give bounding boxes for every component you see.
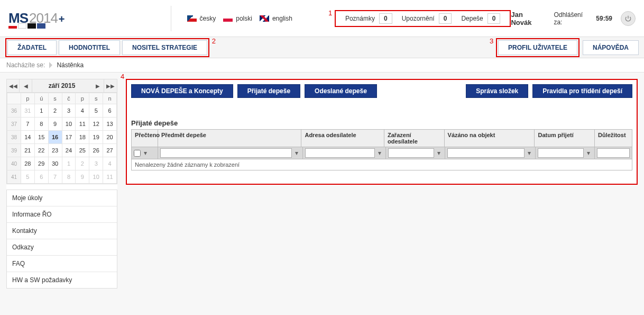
- calendar-day[interactable]: 7: [21, 118, 34, 131]
- calendar-day[interactable]: 10: [62, 118, 76, 131]
- calendar-day[interactable]: 25: [76, 144, 89, 157]
- btn-received[interactable]: Přijaté depeše: [237, 84, 300, 98]
- calendar-day[interactable]: 15: [34, 131, 48, 144]
- calendar-day[interactable]: 6: [34, 170, 48, 184]
- calendar-day[interactable]: 2: [48, 104, 62, 118]
- sidebar-item-kontakty[interactable]: Kontakty: [7, 223, 117, 239]
- calendar-day[interactable]: 11: [103, 170, 117, 184]
- divider: [171, 6, 171, 31]
- counter-notes-value: 0: [379, 13, 392, 24]
- calendar-day[interactable]: 9: [76, 170, 89, 184]
- calendar-day[interactable]: 9: [48, 118, 62, 131]
- filter-icon[interactable]: ▾: [293, 149, 300, 157]
- filter-icon[interactable]: ▾: [435, 149, 443, 157]
- calendar-day[interactable]: 2: [76, 157, 89, 170]
- calendar-day[interactable]: 5: [89, 104, 103, 118]
- calendar-day[interactable]: 26: [89, 144, 103, 157]
- calendar-day[interactable]: 7: [48, 170, 62, 184]
- calendar-day[interactable]: 18: [76, 131, 89, 144]
- tab-zadatel[interactable]: ŽADATEL: [7, 40, 57, 55]
- flag-en-icon: [260, 15, 269, 22]
- sidebar-links: Moje úkolyInformace ŘOKontaktyOdkazyFAQH…: [6, 190, 117, 289]
- user-area: Jan Novák Odhlášení za: 59:59: [511, 11, 636, 26]
- col-bound[interactable]: Vázáno na objekt: [445, 130, 535, 147]
- calendar-last[interactable]: ▶▶: [104, 79, 117, 92]
- btn-help[interactable]: NÁPOVĚDA: [583, 40, 639, 55]
- flag-cz-icon: [187, 15, 197, 22]
- calendar-day[interactable]: 4: [76, 104, 89, 118]
- calendar-next[interactable]: ▶: [91, 79, 104, 92]
- filter-addr-input[interactable]: [305, 148, 374, 158]
- calendar-day[interactable]: 8: [34, 118, 48, 131]
- calendar-day[interactable]: 1: [34, 104, 48, 118]
- sidebar-item-moje-koly[interactable]: Moje úkoly: [7, 190, 117, 206]
- calendar-day[interactable]: 17: [62, 131, 76, 144]
- filter-icon[interactable]: ▾: [142, 149, 149, 157]
- col-importance[interactable]: Důležitost: [595, 130, 632, 147]
- lang-english-label: english: [272, 15, 292, 22]
- calendar-day[interactable]: 8: [62, 170, 76, 184]
- calendar-first[interactable]: ◀◀: [7, 79, 20, 92]
- tab-hodnotitel[interactable]: HODNOTITEL: [59, 40, 120, 55]
- lang-czech[interactable]: česky: [187, 15, 216, 22]
- calendar-day[interactable]: 11: [76, 118, 89, 131]
- calendar-day[interactable]: 19: [89, 131, 103, 144]
- tab-nositel[interactable]: NOSITEL STRATEGIE: [122, 40, 207, 55]
- calendar-day[interactable]: 16: [48, 131, 62, 144]
- calendar-day[interactable]: 10: [89, 170, 103, 184]
- btn-sent[interactable]: Odeslané depeše: [305, 84, 377, 98]
- calendar-day[interactable]: 23: [48, 144, 62, 157]
- calendar-prev[interactable]: ◀: [20, 79, 32, 92]
- counter-messages[interactable]: Depeše 0: [461, 13, 500, 24]
- filter-date-input[interactable]: [538, 148, 584, 158]
- language-switcher: česky polski english: [187, 15, 292, 22]
- btn-profile[interactable]: PROFIL UŽIVATELE: [498, 40, 577, 55]
- calendar-day[interactable]: 22: [34, 144, 48, 157]
- col-read[interactable]: Přečteno: [132, 130, 158, 147]
- col-sender-cat[interactable]: Zařazení odesílatele: [384, 130, 445, 147]
- calendar-day[interactable]: 3: [89, 157, 103, 170]
- calendar-day[interactable]: 3: [62, 104, 76, 118]
- calendar-day[interactable]: 5: [21, 170, 34, 184]
- calendar-day[interactable]: 1: [62, 157, 76, 170]
- calendar-day[interactable]: 4: [103, 157, 117, 170]
- calendar-day[interactable]: 30: [48, 157, 62, 170]
- filter-bound-input[interactable]: [447, 148, 525, 158]
- filter-icon[interactable]: ▾: [376, 149, 383, 157]
- filter-icon[interactable]: ▾: [585, 149, 592, 157]
- calendar-day[interactable]: 20: [103, 131, 117, 144]
- calendar-day[interactable]: 12: [89, 118, 103, 131]
- calendar-day[interactable]: 13: [103, 118, 117, 131]
- calendar-day[interactable]: 6: [103, 104, 117, 118]
- calendar-day[interactable]: 27: [103, 144, 117, 157]
- sidebar-item-odkazy[interactable]: Odkazy: [7, 239, 117, 256]
- btn-folders[interactable]: Správa složek: [466, 84, 528, 98]
- col-date[interactable]: Datum přijetí: [535, 130, 595, 147]
- calendar-day[interactable]: 14: [21, 131, 34, 144]
- calendar-day[interactable]: 24: [62, 144, 76, 157]
- calendar-day[interactable]: 21: [21, 144, 34, 157]
- filter-subject-input[interactable]: [160, 148, 292, 158]
- filter-icon[interactable]: ▾: [526, 149, 533, 157]
- filter-imp-input[interactable]: [597, 148, 630, 158]
- col-subject[interactable]: Předmět depeše: [158, 130, 301, 147]
- sidebar-item-faq[interactable]: FAQ: [7, 256, 117, 272]
- sidebar-item-hw-a-sw-po-adavky[interactable]: HW a SW požadavky: [7, 272, 117, 288]
- counter-notes[interactable]: Poznámky 0: [345, 13, 392, 24]
- lang-polish-label: polski: [236, 15, 252, 22]
- logout-button[interactable]: [621, 11, 636, 26]
- filter-cat-input[interactable]: [388, 148, 434, 158]
- calendar-day[interactable]: 29: [34, 157, 48, 170]
- filter-read-checkbox[interactable]: [134, 150, 141, 157]
- btn-new-message[interactable]: NOVÁ DEPEŠE a Koncepty: [131, 84, 233, 98]
- counter-alerts[interactable]: Upozornění 0: [402, 13, 452, 24]
- btn-rules[interactable]: Pravidla pro třídění depeší: [532, 84, 632, 98]
- calendar: ◀◀ ◀ září 2015 ▶ ▶▶ púsčpsn 363112345637…: [6, 79, 117, 184]
- sidebar-item-informace-o[interactable]: Informace ŘO: [7, 206, 117, 223]
- lang-polish[interactable]: polski: [223, 15, 252, 22]
- calendar-day[interactable]: 28: [21, 157, 34, 170]
- lang-english[interactable]: english: [260, 15, 292, 22]
- calendar-week-number: 37: [7, 118, 21, 131]
- col-sender-addr[interactable]: Adresa odesílatele: [301, 130, 384, 147]
- calendar-day[interactable]: 31: [21, 104, 34, 118]
